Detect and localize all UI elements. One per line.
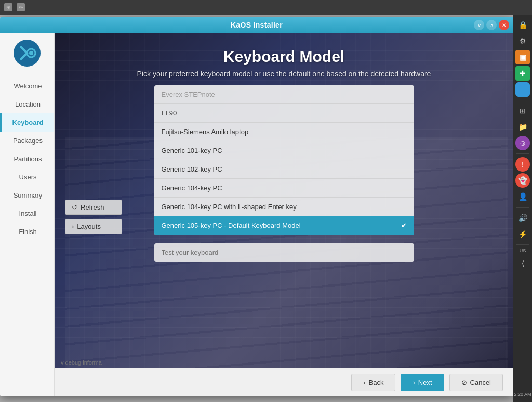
sidebar-item-welcome[interactable]: Welcome (0, 77, 54, 95)
layouts-label: Layouts (77, 223, 101, 230)
minimize-button[interactable]: ∨ (474, 20, 484, 30)
svg-point-2 (29, 51, 33, 55)
refresh-icon: ↺ (72, 203, 77, 211)
next-button[interactable]: › Next (401, 374, 444, 391)
main-window: KaOS Installer ∨ ∧ ✕ Welcome Location Ke… (0, 17, 513, 396)
next-label: Next (418, 379, 432, 386)
cancel-icon: ⊘ (461, 379, 467, 386)
content-area: Keyboard Model Pick your preferred keybo… (55, 33, 513, 396)
rt-sep3 (516, 207, 529, 208)
sidebar-item-summary[interactable]: Summary (0, 186, 54, 204)
list-item-everex[interactable]: Everex STEPnote (154, 85, 414, 104)
sidebar-item-finish[interactable]: Finish (0, 223, 54, 241)
orange-app-icon[interactable]: ▣ (515, 50, 530, 64)
list-item-generic102[interactable]: Generic 102-key PC (154, 160, 414, 179)
volume-icon[interactable]: 🔊 (515, 211, 530, 225)
refresh-button[interactable]: ↺ Refresh (65, 200, 122, 215)
top-bar-icon1: ⊞ (4, 3, 12, 11)
info-icon[interactable]: ! (515, 157, 530, 172)
layouts-button[interactable]: › Layouts (65, 219, 122, 234)
keyboard-model-list: Everex STEPnote FL90 Fujitsu-Siemens Ami… (154, 85, 414, 235)
sidebar-item-install[interactable]: Install (0, 204, 54, 223)
back-button[interactable]: ‹ Back (351, 374, 395, 391)
next-icon: › (413, 379, 415, 386)
close-button[interactable]: ✕ (499, 20, 509, 30)
cancel-label: Cancel (470, 379, 491, 386)
ghost-icon[interactable]: 👻 (515, 173, 530, 188)
folder-icon[interactable]: 📁 (515, 120, 530, 134)
test-keyboard-wrap (154, 243, 414, 262)
rt-sep4 (516, 244, 529, 245)
cancel-button[interactable]: ⊘ Cancel (449, 374, 503, 391)
right-taskbar: 🔒 ⚙ ▣ ✚ ⊞ 📁 ☺ ! 👻 👤 🔊 ⚡ US ⟨ 2:20 AM (513, 15, 532, 402)
list-item-generic104l[interactable]: Generic 104-key PC with L-shaped Enter k… (154, 198, 414, 216)
users-icon[interactable]: 👤 (515, 189, 530, 204)
list-item-generic101[interactable]: Generic 101-key PC (154, 141, 414, 160)
back-label: Back (369, 379, 384, 386)
sidebar-item-packages[interactable]: Packages (0, 132, 54, 150)
face-icon[interactable]: ☺ (515, 136, 530, 150)
center-panel: Everex STEPnote FL90 Fujitsu-Siemens Ami… (55, 85, 513, 262)
keyboard-label: US (520, 248, 526, 253)
page-subtitle: Pick your preferred keyboard model or us… (65, 70, 503, 78)
window-title: KaOS Installer (231, 21, 283, 29)
windows-grid-icon[interactable]: ⊞ (515, 103, 530, 118)
title-bar: KaOS Installer ∨ ∧ ✕ (0, 17, 513, 33)
list-item-generic105[interactable]: Generic 105-key PC - Default Keyboard Mo… (154, 216, 414, 235)
clock: 2:20 AM (514, 392, 531, 397)
main-content: Welcome Location Keyboard Packages Parti… (0, 33, 513, 396)
top-bar-icon2: ✏ (17, 3, 25, 11)
arrow-icon[interactable]: ⟨ (515, 256, 530, 270)
sidebar-item-partitions[interactable]: Partitions (0, 150, 54, 168)
rt-sep1 (516, 100, 529, 100)
checkmark-icon: ✔ (401, 222, 407, 229)
usb-icon[interactable]: ⚡ (515, 227, 530, 241)
list-item-fujitsu[interactable]: Fujitsu-Siemens Amilo laptop (154, 123, 414, 141)
page-header: Keyboard Model Pick your preferred keybo… (55, 33, 513, 85)
refresh-label: Refresh (81, 203, 104, 211)
green-app-icon[interactable]: ✚ (515, 66, 530, 81)
sidebar-item-keyboard[interactable]: Keyboard (0, 113, 54, 132)
back-icon: ‹ (363, 379, 365, 386)
page-title: Keyboard Model (65, 48, 503, 66)
maximize-button[interactable]: ∧ (486, 20, 497, 30)
sidebar-item-location[interactable]: Location (0, 95, 54, 113)
debug-bar: v debug informa (55, 357, 513, 368)
top-bar: ⊞ ✏ (0, 0, 532, 15)
list-item-generic104[interactable]: Generic 104-key PC (154, 179, 414, 198)
layouts-icon: › (72, 223, 74, 230)
list-item-fl90[interactable]: FL90 (154, 104, 414, 123)
lock-icon[interactable]: 🔒 (515, 18, 530, 32)
rt-sep2 (516, 153, 529, 154)
title-controls: ∨ ∧ ✕ (474, 20, 509, 30)
blue-app-icon[interactable] (515, 82, 530, 97)
bottom-bar: ‹ Back › Next ⊘ Cancel (55, 368, 513, 396)
sidebar-item-users[interactable]: Users (0, 168, 54, 186)
app-logo (11, 37, 43, 69)
sidebar: Welcome Location Keyboard Packages Parti… (0, 33, 55, 396)
side-buttons: ↺ Refresh › Layouts (65, 200, 122, 234)
settings-icon[interactable]: ⚙ (515, 34, 530, 48)
test-keyboard-input[interactable] (154, 243, 414, 262)
debug-text: v debug informa (61, 359, 102, 366)
